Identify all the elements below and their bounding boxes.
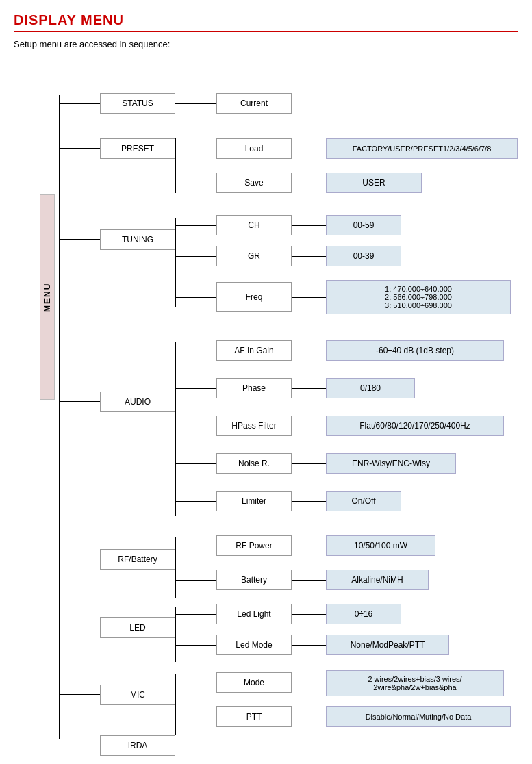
gr-box: GR xyxy=(216,246,292,266)
battery-val-box: Alkaline/NiMH xyxy=(326,570,429,590)
load-box: Load xyxy=(216,138,292,159)
status-box: STATUS xyxy=(100,93,175,114)
limiter-val-box: On/Off xyxy=(326,491,401,511)
user-box: USER xyxy=(326,173,422,193)
irda-box: IRDA xyxy=(100,735,175,756)
preset-box: PRESET xyxy=(100,138,175,159)
af-in-gain-box: AF In Gain xyxy=(216,340,292,361)
rf-battery-box: RF/Battery xyxy=(100,549,175,570)
led-box: LED xyxy=(100,617,175,638)
save-box: Save xyxy=(216,173,292,193)
ch-val-box: 00-59 xyxy=(326,215,401,235)
led-light-val-box: 0÷16 xyxy=(326,604,401,624)
current-box: Current xyxy=(216,93,292,114)
page-title: DISPLAY MENU xyxy=(14,12,518,28)
menu-label: MENU xyxy=(40,194,55,400)
noise-val-box: ENR-Wisy/ENC-Wisy xyxy=(326,453,456,474)
limiter-box: Limiter xyxy=(216,491,292,511)
battery-box: Battery xyxy=(216,570,292,590)
rf-power-val-box: 10/50/100 mW xyxy=(326,535,435,556)
factory-box: FACTORY/USER/PRESET1/2/3/4/5/6/7/8 xyxy=(326,138,518,159)
hpass-box: HPass Filter xyxy=(216,416,292,436)
led-mode-val-box: None/ModPeak/PTT xyxy=(326,635,449,655)
led-mode-box: Led Mode xyxy=(216,635,292,655)
hpass-val-box: Flat/60/80/120/170/250/400Hz xyxy=(326,416,504,436)
freq-box: Freq xyxy=(216,282,292,312)
phase-val-box: 0/180 xyxy=(326,378,415,398)
tuning-box: TUNING xyxy=(100,229,175,250)
freq-val-box: 1: 470.000÷640.000 2: 566.000÷798.000 3:… xyxy=(326,280,511,314)
noise-box: Noise R. xyxy=(216,453,292,474)
ptt-box: PTT xyxy=(216,706,292,727)
mode-box: Mode xyxy=(216,672,292,693)
phase-box: Phase xyxy=(216,378,292,398)
gr-val-box: 00-39 xyxy=(326,246,401,266)
ch-box: CH xyxy=(216,215,292,235)
audio-box: AUDIO xyxy=(100,392,175,412)
mic-box: MIC xyxy=(100,685,175,705)
af-in-gain-val-box: -60÷40 dB (1dB step) xyxy=(326,340,504,361)
led-light-box: Led Light xyxy=(216,604,292,624)
mode-val-box: 2 wires/2wires+bias/3 wires/ 2wire&pha/2… xyxy=(326,670,504,696)
rf-power-box: RF Power xyxy=(216,535,292,556)
ptt-val-box: Disable/Normal/Muting/No Data xyxy=(326,706,511,727)
intro-text: Setup menu are accessed in sequence: xyxy=(14,39,518,49)
